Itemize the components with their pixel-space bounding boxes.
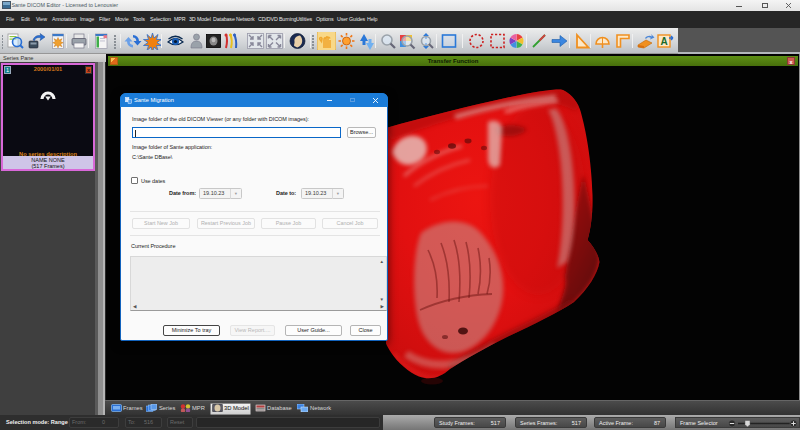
svg-text:A: A — [660, 36, 667, 47]
